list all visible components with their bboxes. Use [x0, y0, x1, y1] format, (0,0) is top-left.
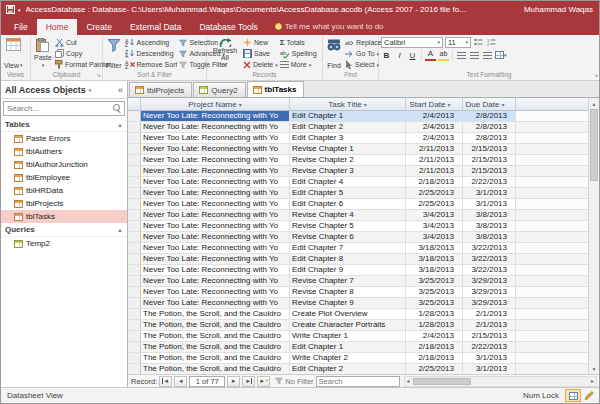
tell-me-box[interactable]: Tell me what you want to do — [267, 22, 392, 35]
remove-sort-button[interactable]: AZRemove Sort — [125, 59, 178, 70]
cell[interactable]: 3/8/2013 — [463, 210, 516, 221]
record-selector[interactable] — [128, 243, 141, 254]
delete-record-button[interactable]: Delete▾ — [243, 59, 278, 70]
record-selector[interactable] — [128, 111, 141, 122]
column-header-due-date[interactable]: Due Date▾ — [463, 98, 516, 111]
ribbon-tab-external-data[interactable]: External Data — [121, 19, 191, 35]
nav-item-tblauthorjunction[interactable]: tblAuthorJunction — [1, 158, 127, 171]
cell[interactable]: 2/8/2013 — [463, 133, 516, 144]
bold-button[interactable]: B — [381, 50, 392, 61]
cell[interactable]: Edit Chapter 8 — [290, 254, 406, 265]
ribbon-tab-file[interactable]: File — [5, 19, 37, 35]
horizontal-scrollbar[interactable]: ◄ ► — [404, 376, 597, 387]
cell[interactable]: Edit Chapter 7 — [290, 243, 406, 254]
dialog-launcher-icon[interactable]: ↘ — [593, 72, 598, 79]
record-selector[interactable] — [128, 364, 141, 374]
record-selector[interactable] — [128, 353, 141, 364]
cell[interactable]: 2/4/2013 — [406, 122, 463, 133]
save-icon[interactable] — [6, 5, 15, 14]
ribbon-tab-create[interactable]: Create — [77, 19, 121, 35]
document-tab-tbltasks[interactable]: tblTasks — [247, 81, 305, 97]
cell[interactable]: 3/25/2013 — [406, 298, 463, 309]
record-selector[interactable] — [128, 166, 141, 177]
scroll-left-icon[interactable]: ◄ — [405, 378, 412, 384]
record-selector[interactable] — [128, 342, 141, 353]
record-selector[interactable] — [128, 188, 141, 199]
record-selector[interactable] — [128, 210, 141, 221]
record-selector[interactable] — [128, 298, 141, 309]
cell[interactable]: 2/25/2013 — [406, 364, 463, 374]
cell[interactable]: 3/1/2013 — [463, 364, 516, 374]
record-selector[interactable] — [128, 122, 141, 133]
cell[interactable]: 2/22/2013 — [463, 342, 516, 353]
ribbon-tab-home[interactable]: Home — [37, 19, 78, 35]
record-selector[interactable] — [128, 265, 141, 276]
gridlines-button[interactable]: ▾ — [495, 50, 507, 61]
scroll-right-icon[interactable]: ► — [589, 378, 596, 384]
align-center-button[interactable] — [469, 50, 480, 61]
cell[interactable]: The Potion, the Scroll, and the Cauldro — [141, 353, 290, 364]
totals-button[interactable]: ΣTotals — [280, 37, 317, 48]
cell[interactable]: 1/28/2013 — [406, 309, 463, 320]
cell[interactable]: Create Character Portraits — [290, 320, 406, 331]
cell[interactable]: 2/11/2013 — [406, 166, 463, 177]
cell[interactable]: 2/25/2013 — [406, 199, 463, 210]
select-button[interactable]: Select▾ — [345, 59, 382, 70]
cell[interactable]: 2/18/2013 — [406, 177, 463, 188]
vertical-scrollbar[interactable]: ▲ ▼ — [588, 98, 599, 374]
cell[interactable]: 3/22/2013 — [463, 243, 516, 254]
filter-button[interactable]: Filter — [105, 36, 123, 70]
cell[interactable]: Edit Chapter 1 — [290, 111, 406, 122]
cell[interactable]: Edit Chapter 9 — [290, 265, 406, 276]
column-header-task-title[interactable]: Task Title▾ — [290, 98, 406, 111]
cell[interactable]: Revise Chapter 4 — [290, 210, 406, 221]
record-selector[interactable] — [128, 320, 141, 331]
last-record-button[interactable]: ► — [242, 376, 255, 387]
column-header-project-name[interactable]: Project Name▾ — [141, 98, 290, 111]
cell[interactable]: Never Too Late: Reconnecting with Yo — [141, 210, 290, 221]
cell[interactable]: 2/25/2013 — [406, 188, 463, 199]
cell[interactable]: 3/4/2013 — [406, 210, 463, 221]
bullets-button[interactable] — [473, 37, 484, 48]
cell[interactable]: The Potion, the Scroll, and the Cauldro — [141, 309, 290, 320]
record-selector[interactable] — [128, 199, 141, 210]
cell[interactable]: Edit Chapter 3 — [290, 133, 406, 144]
highlight-color-button[interactable]: ab — [438, 50, 449, 61]
cell[interactable]: Never Too Late: Reconnecting with Yo — [141, 276, 290, 287]
design-view-button[interactable] — [581, 389, 597, 402]
cell[interactable]: 3/25/2013 — [406, 276, 463, 287]
descending-button[interactable]: ZADescending — [125, 48, 178, 59]
nav-item-tblprojects[interactable]: tblProjects — [1, 197, 127, 210]
cell[interactable]: Edit Chapter 2 — [290, 122, 406, 133]
underline-button[interactable]: U — [407, 50, 418, 61]
cell[interactable]: 3/1/2013 — [463, 188, 516, 199]
cell[interactable]: 2/1/2013 — [463, 309, 516, 320]
cell[interactable]: 1/28/2013 — [406, 320, 463, 331]
cell[interactable]: Never Too Late: Reconnecting with Yo — [141, 232, 290, 243]
nav-item-tblauthers[interactable]: tblAuthers — [1, 145, 127, 158]
cell[interactable]: 3/25/2013 — [406, 287, 463, 298]
cell[interactable]: Never Too Late: Reconnecting with Yo — [141, 243, 290, 254]
cell[interactable]: 3/29/2013 — [463, 276, 516, 287]
cell[interactable]: 3/18/2013 — [406, 265, 463, 276]
cell[interactable]: 3/8/2013 — [463, 221, 516, 232]
nav-group-queries[interactable]: Queries▲ — [1, 223, 127, 237]
new-record-button[interactable]: New — [243, 37, 278, 48]
spelling-button[interactable]: abSpelling — [280, 48, 317, 59]
cell[interactable]: Write Chapter 2 — [290, 353, 406, 364]
cell[interactable]: Edit Chapter 1 — [290, 342, 406, 353]
cell[interactable]: Create Plot Overview — [290, 309, 406, 320]
record-search-input[interactable] — [316, 376, 400, 387]
cell[interactable]: Revise Chapter 9 — [290, 298, 406, 309]
previous-record-button[interactable]: ◄ — [174, 376, 187, 387]
paste-button[interactable]: Paste▾ — [33, 36, 53, 70]
record-selector[interactable] — [128, 155, 141, 166]
record-selector[interactable] — [128, 177, 141, 188]
cell[interactable]: Never Too Late: Reconnecting with Yo — [141, 177, 290, 188]
cell[interactable]: 3/22/2013 — [463, 254, 516, 265]
vertical-scroll-thumb[interactable] — [590, 109, 598, 181]
cell[interactable]: Never Too Late: Reconnecting with Yo — [141, 199, 290, 210]
cell[interactable]: 2/22/2013 — [463, 177, 516, 188]
new-blank-record-button[interactable]: ►* — [257, 376, 270, 387]
cell[interactable]: Revise Chapter 8 — [290, 287, 406, 298]
